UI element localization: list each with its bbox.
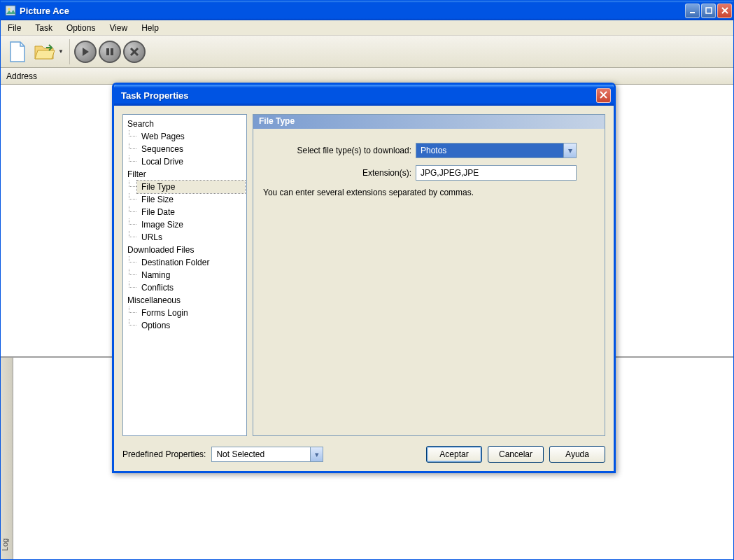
main-titlebar[interactable]: Picture Ace [1, 1, 733, 20]
main-title-text: Picture Ace [20, 6, 685, 16]
accept-button[interactable]: Aceptar [426, 446, 482, 463]
settings-panel: File Type Select file type(s) to downloa… [253, 114, 605, 436]
stop-x-icon [129, 47, 139, 57]
task-properties-dialog: Task Properties Search Web Pages Sequenc… [112, 83, 616, 473]
close-icon [600, 91, 608, 99]
tree-item-options[interactable]: Options [137, 319, 245, 332]
tree-item-naming[interactable]: Naming [137, 269, 245, 281]
chevron-down-icon[interactable]: ▾ [563, 144, 576, 158]
svg-rect-3 [706, 8, 712, 13]
menu-help[interactable]: Help [134, 21, 166, 35]
new-file-icon [8, 41, 27, 63]
dialog-body: Search Web Pages Sequences Local Drive F… [114, 106, 614, 471]
main-close-button[interactable] [717, 4, 732, 18]
menu-file[interactable]: File [1, 21, 28, 35]
tree-item-file-date[interactable]: File Date [137, 206, 245, 218]
tree-item-conflicts[interactable]: Conflicts [137, 281, 245, 294]
address-label: Address [6, 71, 37, 81]
panel-header: File Type [253, 115, 605, 129]
pause-icon [105, 47, 115, 57]
tool-group-file: ▼ [5, 39, 70, 64]
tree-item-file-type[interactable]: File Type [137, 181, 245, 193]
open-folder-icon [34, 42, 56, 62]
tree-item-sequences[interactable]: Sequences [137, 143, 245, 155]
app-icon [5, 5, 16, 16]
tree-item-image-size[interactable]: Image Size [137, 218, 245, 231]
tree-cat-downloaded-files[interactable]: Downloaded Files [125, 244, 245, 256]
play-icon [80, 47, 90, 57]
toolbar: ▼ [1, 36, 733, 68]
menu-options[interactable]: Options [59, 21, 102, 35]
dialog-close-button[interactable] [596, 88, 611, 103]
svg-rect-6 [106, 48, 109, 55]
new-file-button[interactable] [5, 39, 30, 64]
category-tree[interactable]: Search Web Pages Sequences Local Drive F… [122, 114, 247, 436]
tree-item-destination-folder[interactable]: Destination Folder [137, 256, 245, 269]
tree-cat-search[interactable]: Search [125, 118, 245, 130]
pause-button[interactable] [99, 41, 121, 63]
predefined-select[interactable]: Not Selected ▾ [211, 447, 323, 462]
dialog-title: Task Properties [121, 90, 596, 101]
cancel-button[interactable]: Cancelar [488, 446, 544, 463]
tree-item-file-size[interactable]: File Size [137, 193, 245, 206]
maximize-button[interactable] [701, 4, 716, 18]
file-type-label: Select file type(s) to download: [263, 146, 416, 155]
extensions-input[interactable] [416, 165, 577, 181]
tree-cat-filter[interactable]: Filter [125, 168, 245, 181]
log-tab[interactable]: Log [1, 358, 13, 559]
extensions-hint: You can enter several extensions separat… [263, 188, 595, 197]
dialog-footer: Predefined Properties: Not Selected ▾ Ac… [122, 443, 605, 463]
chevron-down-icon[interactable]: ▾ [310, 447, 323, 461]
tree-item-local-drive[interactable]: Local Drive [137, 155, 245, 168]
menubar: File Task Options View Help [1, 20, 733, 36]
extensions-row: Extension(s): [263, 165, 595, 181]
predefined-select-value: Not Selected [212, 449, 310, 459]
play-button[interactable] [74, 41, 97, 63]
tree-item-urls[interactable]: URLs [137, 231, 245, 244]
predefined-label: Predefined Properties: [122, 449, 206, 459]
panel-content: Select file type(s) to download: Photos … [253, 129, 605, 211]
main-window-controls [685, 4, 732, 18]
dialog-titlebar[interactable]: Task Properties [114, 85, 614, 106]
dialog-main: Search Web Pages Sequences Local Drive F… [122, 114, 605, 436]
menu-view[interactable]: View [102, 21, 134, 35]
svg-point-1 [8, 8, 10, 10]
file-type-row: Select file type(s) to download: Photos … [263, 143, 595, 158]
open-folder-button[interactable] [32, 39, 57, 64]
log-tab-label: Log [1, 538, 9, 551]
extensions-label: Extension(s): [263, 168, 416, 178]
svg-rect-7 [111, 48, 113, 55]
tree-item-web-pages[interactable]: Web Pages [137, 130, 245, 143]
minimize-button[interactable] [685, 4, 700, 18]
tree-item-forms-login[interactable]: Forms Login [137, 307, 245, 319]
help-button[interactable]: Ayuda [549, 446, 605, 463]
file-type-select-value: Photos [416, 146, 563, 155]
tool-group-playback [74, 39, 151, 64]
stop-button[interactable] [123, 41, 146, 63]
menu-task[interactable]: Task [28, 21, 59, 35]
file-type-select[interactable]: Photos ▾ [416, 143, 577, 158]
tree-cat-miscellaneous[interactable]: Miscellaneous [125, 294, 245, 307]
open-dropdown-caret-icon[interactable]: ▼ [58, 48, 64, 55]
